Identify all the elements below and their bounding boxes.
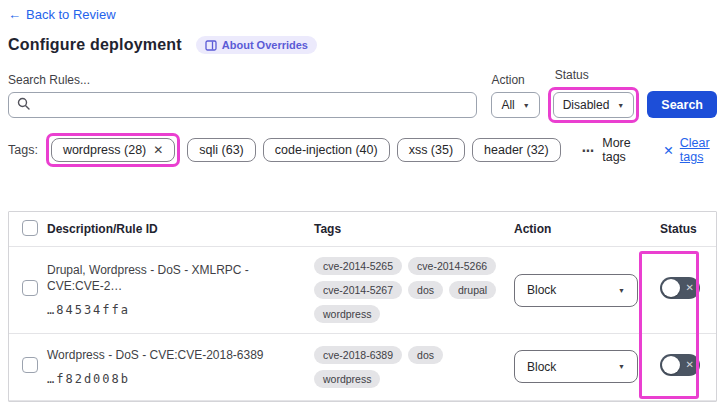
rule-description: Drupal, Wordpress - DoS - XMLRPC - CVE:C… xyxy=(47,263,302,294)
configure-deployment-page: ← Back to Review Configure deployment Ab… xyxy=(0,0,725,402)
action-dropdown-value: All xyxy=(501,98,514,112)
about-overrides-badge[interactable]: About Overrides xyxy=(196,36,317,54)
rule-tag: wordpress xyxy=(314,370,380,388)
status-toggle[interactable]: ✕ xyxy=(660,354,700,376)
rule-tag: cve-2014-5265 xyxy=(314,257,402,275)
more-tags-button[interactable]: ⋯ More tags xyxy=(582,136,638,164)
search-input-box[interactable] xyxy=(8,92,477,118)
tag-filter-sqli[interactable]: sqli (63) xyxy=(187,138,255,162)
status-filter-group: Status Disabled ▼ xyxy=(548,68,640,118)
rules-table: Description/Rule ID Tags Action Status D… xyxy=(8,211,717,402)
tag-filter-xss[interactable]: xss (35) xyxy=(397,138,465,162)
rule-action-cell: Block ▼ xyxy=(514,274,654,307)
table-row: Wordpress - DoS - CVE:CVE-2018-6389 …f82… xyxy=(9,334,716,401)
search-rules-input[interactable] xyxy=(36,98,468,112)
page-title: Configure deployment xyxy=(8,36,182,54)
row-checkbox[interactable] xyxy=(22,280,38,296)
column-header-action: Action xyxy=(514,222,654,236)
rule-description: Wordpress - DoS - CVE:CVE-2018-6389 xyxy=(47,348,302,364)
toggle-knob xyxy=(662,279,680,297)
rule-tag: wordpress xyxy=(314,305,380,323)
chevron-down-icon: ▼ xyxy=(618,287,625,294)
search-button[interactable]: Search xyxy=(647,91,717,118)
rule-status-cell: ✕ xyxy=(654,277,716,303)
rule-description-cell: Drupal, Wordpress - DoS - XMLRPC - CVE:C… xyxy=(47,249,314,330)
back-arrow-icon: ← xyxy=(8,7,21,22)
rule-id: …f82d008b xyxy=(47,372,302,386)
clear-tags-label: Clear tags xyxy=(680,136,717,164)
filter-row: Search Rules... Action All ▼ Status xyxy=(8,68,717,118)
action-label: Action xyxy=(491,73,539,87)
rule-id: …84534ffa xyxy=(47,303,302,317)
search-icon xyxy=(17,96,30,114)
status-dropdown-value: Disabled xyxy=(563,98,610,112)
clear-tags-button[interactable]: ✕ Clear tags xyxy=(663,136,717,164)
clear-x-icon: ✕ xyxy=(663,143,673,158)
rule-tags-cell: cve-2018-6389 dos wordpress xyxy=(314,336,514,398)
toggle-off-icon: ✕ xyxy=(686,283,694,293)
rule-tag: drupal xyxy=(449,281,496,299)
remove-tag-icon[interactable]: ✕ xyxy=(153,143,163,157)
status-dropdown-highlight-box: Disabled ▼ xyxy=(548,87,640,123)
tag-label: sqli (63) xyxy=(199,143,243,157)
rule-tag: cve-2018-6389 xyxy=(314,346,402,364)
search-group: Search Rules... xyxy=(8,73,477,118)
rule-description-cell: Wordpress - DoS - CVE:CVE-2018-6389 …f82… xyxy=(47,334,314,400)
rule-status-cell: ✕ xyxy=(654,354,716,380)
back-to-review-link[interactable]: ← Back to Review xyxy=(8,7,116,22)
column-header-status: Status xyxy=(654,222,716,236)
ellipsis-icon: ⋯ xyxy=(582,143,596,158)
back-link-label: Back to Review xyxy=(26,7,116,22)
action-select-dropdown[interactable]: Block ▼ xyxy=(514,350,638,383)
tag-label: xss (35) xyxy=(409,143,453,157)
action-select-dropdown[interactable]: Block ▼ xyxy=(514,274,638,307)
table-row: Drupal, Wordpress - DoS - XMLRPC - CVE:C… xyxy=(9,247,716,334)
tag-filter-wordpress[interactable]: wordpress (28) ✕ xyxy=(51,138,175,162)
column-header-tags: Tags xyxy=(314,222,514,236)
tag-label: wordpress (28) xyxy=(63,143,146,157)
tags-bar-label: Tags: xyxy=(8,143,38,157)
rule-tag: dos xyxy=(408,281,443,299)
toggle-knob xyxy=(662,356,680,374)
rule-tag: cve-2014-5267 xyxy=(314,281,402,299)
chevron-down-icon: ▼ xyxy=(523,102,530,109)
status-toggle[interactable]: ✕ xyxy=(660,277,700,299)
selected-tag-highlight-box: wordpress (28) ✕ xyxy=(46,133,180,167)
tags-bar: Tags: wordpress (28) ✕ sqli (63) code-in… xyxy=(8,133,717,167)
book-icon xyxy=(205,40,217,51)
more-tags-label: More tags xyxy=(602,136,637,164)
status-label: Status xyxy=(555,68,640,82)
column-header-description: Description/Rule ID xyxy=(47,222,314,236)
rule-tags-cell: cve-2014-5265 cve-2014-5266 cve-2014-526… xyxy=(314,247,514,333)
action-select-value: Block xyxy=(527,360,556,374)
tag-filter-code-injection[interactable]: code-injection (40) xyxy=(263,138,390,162)
row-checkbox[interactable] xyxy=(22,357,38,373)
select-all-checkbox[interactable] xyxy=(22,220,38,236)
title-row: Configure deployment About Overrides xyxy=(8,36,717,54)
chevron-down-icon: ▼ xyxy=(618,363,625,370)
tag-label: code-injection (40) xyxy=(275,143,378,157)
tag-filter-header[interactable]: header (32) xyxy=(472,138,561,162)
chevron-down-icon: ▼ xyxy=(617,102,624,109)
tag-label: header (32) xyxy=(484,143,549,157)
table-header-row: Description/Rule ID Tags Action Status xyxy=(9,212,716,247)
about-overrides-label: About Overrides xyxy=(222,39,308,51)
action-filter-group: Action All ▼ xyxy=(491,73,539,118)
rule-tag: cve-2014-5266 xyxy=(408,257,496,275)
toggle-off-icon: ✕ xyxy=(686,360,694,370)
rule-tag: dos xyxy=(408,346,443,364)
status-dropdown[interactable]: Disabled ▼ xyxy=(553,92,635,118)
rule-action-cell: Block ▼ xyxy=(514,350,654,383)
action-select-value: Block xyxy=(527,283,556,297)
search-rules-label: Search Rules... xyxy=(8,73,477,87)
action-dropdown[interactable]: All ▼ xyxy=(491,92,539,118)
